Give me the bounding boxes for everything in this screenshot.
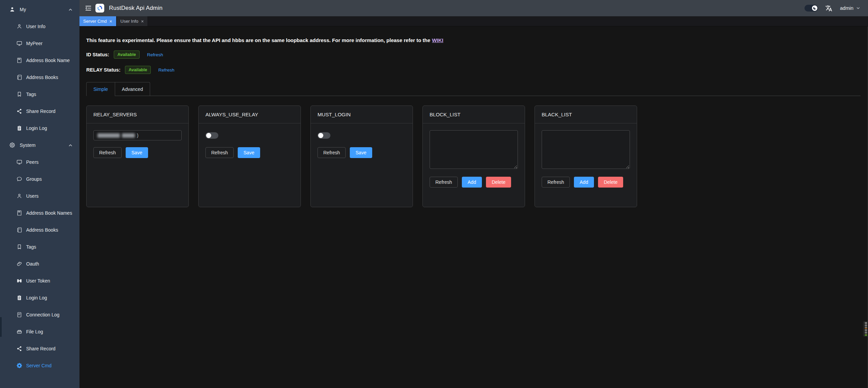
app-title: RustDesk Api Admin [109,5,163,12]
sidebar-item-label: Oauth [26,261,39,267]
user-menu[interactable]: admin [840,5,861,11]
sidebar-item-user-info[interactable]: User Info [0,18,79,35]
tagsview-tab-server-cmd[interactable]: Server Cmd× [79,16,116,26]
rustdesk-logo-icon [95,4,104,13]
sidebar-item-tags[interactable]: Tags [0,86,79,103]
card-title: MUST_LOGIN [311,106,413,123]
save-button[interactable]: Save [126,147,148,158]
mini-line [865,325,867,325]
sidebar-item-address-books[interactable]: Address Books [0,221,79,238]
notice-text: This feature is experimental. Please ens… [86,37,430,43]
card-black-list: BLACK_LISTRefreshAddDelete [535,105,637,207]
notebook-icon [16,74,22,80]
status-label: RELAY Status: [86,67,121,73]
card-buttons: RefreshSave [93,147,182,158]
sidebar-collapse-button[interactable] [85,5,92,12]
refresh-button[interactable]: Refresh [93,147,122,158]
monitor-icon [16,159,22,165]
user-filled-icon [9,6,15,13]
relay-servers-input[interactable]: ) [93,130,182,140]
card-body: RefreshAddDelete [535,123,637,194]
masked-value-blob [122,133,135,138]
translate-icon[interactable] [825,5,832,12]
card-body: RefreshSave [311,123,413,165]
list-textarea[interactable] [430,130,518,169]
close-icon[interactable]: × [109,19,112,24]
sidebar-item-user-token[interactable]: User Token [0,272,79,289]
card-always-use-relay: ALWAYS_USE_RELAYRefreshSave [198,105,301,207]
paperclip-icon [16,261,22,267]
sidebar-item-label: Server Cmd [26,363,52,368]
mode-tab-advanced[interactable]: Advanced [115,82,150,96]
edge-mini-widget[interactable] [863,322,868,336]
save-button[interactable]: Save [350,147,372,158]
wiki-link[interactable]: WIKI [432,37,443,43]
refresh-link[interactable]: Refresh [147,52,163,57]
card-title: ALWAYS_USE_RELAY [199,106,301,123]
theme-toggle[interactable] [804,5,818,12]
mini-line [865,329,867,330]
sidebar-item-address-book-name[interactable]: Address Book Name [0,52,79,69]
sidebar-item-share-record[interactable]: Share Record [0,103,79,120]
save-button[interactable]: Save [238,147,260,158]
tags-view-bar: Server Cmd×User Info× [79,16,868,26]
status-rows: ID Status:AvailableRefreshRELAY Status:A… [86,51,861,74]
sidebar-item-server-cmd[interactable]: Server Cmd [0,357,79,374]
sidebar-item-label: Peers [26,159,39,165]
refresh-button[interactable]: Refresh [205,147,234,158]
config-cards: RELAY_SERVERS)RefreshSaveALWAYS_USE_RELA… [86,105,861,207]
toggle-knob [318,133,323,138]
delete-button[interactable]: Delete [598,177,623,188]
page-content: This feature is experimental. Please ens… [79,26,868,388]
tagsview-tab-user-info[interactable]: User Info× [117,16,148,26]
input-visible-suffix: ) [137,133,139,138]
sidebar-item-tags[interactable]: Tags [0,238,79,255]
refresh-button[interactable]: Refresh [542,177,570,188]
share-icon [16,346,22,352]
mini-line [865,334,867,335]
add-button[interactable]: Add [462,177,482,188]
sidebar-item-peers[interactable]: Peers [0,154,79,171]
sidebar-item-address-book-names[interactable]: Address Book Names [0,205,79,221]
mini-line [865,326,867,326]
chat-icon [16,176,22,182]
sidebar-item-login-log[interactable]: Login Log [0,120,79,137]
gear-icon [16,363,22,369]
sidebar-item-label: Tags [26,92,36,97]
toggle-switch[interactable] [318,132,330,139]
status-row-relay-status: RELAY Status:AvailableRefresh [86,66,861,74]
sidebar-section-system[interactable]: System [0,137,79,154]
mini-line [865,322,867,323]
sidebar-item-oauth[interactable]: Oauth [0,255,79,272]
list-textarea-wrap [430,130,518,170]
sidebar-item-connection-log[interactable]: Connection Log [0,306,79,323]
mini-line [865,333,867,333]
sidebar-section-my[interactable]: My [0,1,79,18]
card-title: BLOCK_LIST [423,106,525,123]
refresh-button[interactable]: Refresh [430,177,458,188]
sidebar-item-groups[interactable]: Groups [0,171,79,188]
mode-tab-simple[interactable]: Simple [86,82,115,96]
sidebar-item-mypeer[interactable]: MyPeer [0,35,79,52]
list-textarea[interactable] [542,130,630,169]
sidebar-item-label: Groups [26,176,42,182]
sidebar-item-file-log[interactable]: File Log [0,323,79,340]
add-button[interactable]: Add [574,177,594,188]
delete-button[interactable]: Delete [486,177,511,188]
sidebar-scrollbar[interactable] [0,317,2,337]
close-icon[interactable]: × [141,19,144,24]
refresh-button[interactable]: Refresh [318,147,346,158]
card-buttons: RefreshAddDelete [430,177,518,188]
refresh-link[interactable]: Refresh [158,67,174,73]
card-body: RefreshAddDelete [423,123,525,194]
sidebar-item-users[interactable]: Users [0,188,79,205]
sidebar-item-label: Share Record [26,346,55,351]
sidebar-item-label: Login Log [26,125,47,131]
sidebar-item-label: MyPeer [26,41,42,46]
sidebar-section-label: System [20,142,36,148]
sidebar-item-share-record[interactable]: Share Record [0,340,79,357]
toggle-switch[interactable] [205,132,218,139]
sidebar-item-address-books[interactable]: Address Books [0,69,79,86]
sidebar-item-label: File Log [26,329,43,334]
sidebar-item-login-log[interactable]: Login Log [0,289,79,306]
